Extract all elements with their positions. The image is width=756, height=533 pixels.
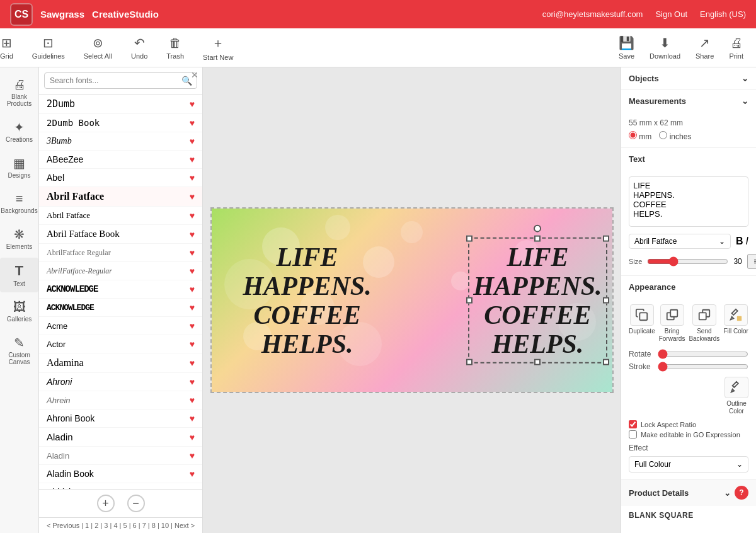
favorite-icon[interactable]: ♥	[190, 450, 195, 461]
resize-handle-tc[interactable]	[534, 235, 541, 241]
list-item[interactable]: Abril Fatface ♥	[39, 207, 202, 225]
list-item[interactable]: Aladin ♥	[39, 447, 202, 465]
save-button[interactable]: 💾 Save	[619, 35, 634, 60]
favorite-icon[interactable]: ♥	[190, 413, 195, 423]
favorite-icon[interactable]: ♥	[190, 432, 195, 442]
list-item[interactable]: Acme ♥	[39, 317, 202, 335]
list-item[interactable]: Abril Fatface Book ♥	[39, 225, 202, 244]
favorite-icon[interactable]: ♥	[190, 469, 195, 479]
favorite-icon[interactable]: ♥	[190, 248, 195, 258]
canvas-area[interactable]: LIFEHAPPENS.COFFEEHELPS. LIFEHAPPENS.COF…	[203, 67, 621, 533]
favorite-icon[interactable]: ♥	[190, 266, 195, 276]
favorite-icon[interactable]: ♥	[190, 339, 195, 349]
canvas-text-left[interactable]: LIFEHAPPENS.COFFEEHELPS.	[243, 242, 372, 358]
list-item[interactable]: Aladin Book ♥	[39, 465, 202, 483]
trash-button[interactable]: 🗑 Trash	[166, 36, 184, 60]
sidebar-item-text[interactable]: T Text	[0, 258, 38, 292]
resize-handle-br[interactable]	[603, 359, 609, 365]
sidebar-item-custom-canvas[interactable]: ✎ Custom Canvas	[0, 330, 38, 370]
unit-inches-radio[interactable]	[659, 131, 667, 139]
make-editable-checkbox[interactable]	[629, 430, 637, 438]
resize-handle-tl[interactable]	[466, 235, 472, 241]
unit-mm-radio[interactable]	[629, 131, 637, 139]
duplicate-button[interactable]: Duplicate	[629, 304, 655, 343]
list-item[interactable]: 2Dumb Book ♥	[39, 114, 202, 132]
unit-inches-label[interactable]: inches	[659, 131, 691, 141]
canvas-text-right[interactable]: LIFEHAPPENS.COFFEEHELPS.	[473, 242, 602, 358]
resize-handle-tr[interactable]	[603, 235, 609, 241]
help-button[interactable]: ?	[735, 486, 748, 500]
favorite-icon[interactable]: ♥	[190, 229, 195, 239]
list-item[interactable]: Adamina ♥	[39, 353, 202, 373]
resize-handle-ml[interactable]	[466, 297, 472, 304]
bring-forwards-button[interactable]: BringForwards	[659, 304, 685, 343]
favorite-icon[interactable]: ♥	[190, 192, 195, 202]
share-button[interactable]: ↗ Share	[696, 35, 714, 60]
favorite-icon[interactable]: ♥	[190, 321, 195, 331]
list-item[interactable]: 2Dumb ♥	[39, 95, 202, 114]
fill-color-button[interactable]: Fill Color	[723, 304, 748, 343]
list-item[interactable]: Ahroni Book ♥	[39, 410, 202, 428]
measurements-header[interactable]: Measurements ⌄	[621, 90, 756, 112]
rotate-slider[interactable]	[658, 349, 748, 359]
rotate-handle[interactable]	[534, 224, 541, 232]
canvas-text-right-wrapper[interactable]: LIFEHAPPENS.COFFEEHELPS.	[468, 237, 607, 364]
undo-button[interactable]: ↶ Undo	[131, 35, 147, 60]
list-item[interactable]: AbrilFatface-Regular ♥	[39, 262, 202, 280]
unit-mm-label[interactable]: mm	[629, 131, 651, 141]
list-item[interactable]: AbrilFatface Regular ♥	[39, 244, 202, 262]
favorite-icon[interactable]: ♥	[190, 118, 195, 128]
favorite-icon[interactable]: ♥	[190, 284, 195, 294]
product-details-header[interactable]: Product Details ⌄ ?	[621, 479, 756, 506]
lock-aspect-checkbox[interactable]	[629, 420, 637, 428]
text-input[interactable]: LIFE HAPPENS. COFFEE HELPS.	[629, 176, 748, 227]
size-slider[interactable]	[647, 256, 728, 266]
sidebar-item-galleries[interactable]: 🖼 Galleries	[0, 295, 38, 328]
language-selector[interactable]: English (US)	[700, 9, 746, 19]
print-button[interactable]: 🖨 Print	[729, 36, 743, 60]
select-all-button[interactable]: ⊚ Select All	[84, 35, 112, 60]
stroke-slider[interactable]	[658, 362, 748, 372]
list-item[interactable]: ABeeZee ♥	[39, 151, 202, 169]
italic-button[interactable]: I	[746, 236, 748, 247]
resize-handle-bc[interactable]	[534, 359, 541, 365]
sidebar-item-blank-products[interactable]: 🖨 Blank Products	[0, 72, 38, 112]
list-item[interactable]: Abril Fatface ♥	[39, 187, 202, 207]
favorite-icon[interactable]: ♥	[190, 154, 195, 164]
favorite-icon[interactable]: ♥	[190, 358, 195, 368]
align-left-button[interactable]: ≡	[747, 254, 756, 269]
favorite-icon[interactable]: ♥	[190, 173, 195, 183]
close-icon[interactable]: ✕	[187, 67, 202, 83]
sidebar-item-backgrounds[interactable]: ≡ Backgrounds	[0, 186, 38, 219]
sidebar-item-designs[interactable]: ▦ Designs	[0, 151, 38, 184]
sidebar-item-creations[interactable]: ✦ Creations	[0, 115, 38, 148]
list-item[interactable]: Abel ♥	[39, 169, 202, 187]
grid-button[interactable]: ⊞ Grid	[0, 35, 13, 60]
sidebar-item-elements[interactable]: ❋ Elements	[0, 222, 38, 255]
outline-color-button[interactable]: OutlineColor	[724, 377, 748, 415]
sign-out-link[interactable]: Sign Out	[655, 9, 687, 19]
bold-button[interactable]: B	[736, 236, 743, 247]
list-item[interactable]: Actor ♥	[39, 335, 202, 353]
favorite-icon[interactable]: ♥	[190, 377, 195, 387]
download-button[interactable]: ⬇ Download	[650, 35, 680, 60]
list-item[interactable]: ACKNOWLEDGE ♥	[39, 280, 202, 299]
list-item[interactable]: Aldrich ♥	[39, 483, 202, 489]
favorite-icon[interactable]: ♥	[190, 395, 195, 405]
list-item[interactable]: ACKNOWLEDGE ♥	[39, 299, 202, 317]
remove-font-button[interactable]: −	[127, 495, 145, 512]
list-item[interactable]: 3Bumb ♥	[39, 132, 202, 151]
start-new-button[interactable]: ＋ Start New	[203, 35, 233, 61]
favorite-icon[interactable]: ♥	[190, 136, 195, 146]
favorite-icon[interactable]: ♥	[190, 302, 195, 312]
font-search-input[interactable]	[44, 72, 197, 89]
favorite-icon[interactable]: ♥	[190, 210, 195, 221]
font-selector[interactable]: Abril Fatface ⌄	[629, 234, 731, 249]
send-backwards-button[interactable]: SendBackwards	[689, 304, 719, 343]
list-item[interactable]: Aladin ♥	[39, 428, 202, 447]
list-item[interactable]: Ahroni ♥	[39, 373, 202, 391]
favorite-icon[interactable]: ♥	[190, 99, 195, 109]
objects-header[interactable]: Objects ⌄	[621, 67, 756, 89]
add-font-button[interactable]: +	[97, 495, 115, 512]
guidelines-button[interactable]: ⊡ Guidelines	[32, 35, 65, 60]
